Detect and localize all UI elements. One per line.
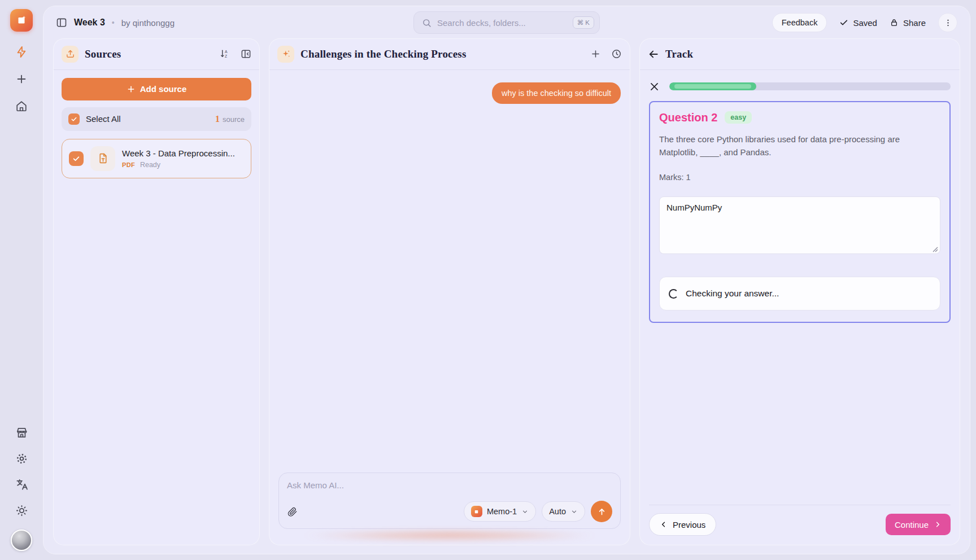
rail-top-group (10, 9, 33, 113)
model-logo-icon (471, 506, 482, 517)
search-icon (422, 18, 432, 28)
track-footer: Previous Continue (649, 505, 951, 536)
check-icon (839, 18, 848, 27)
composer-placeholder: Ask Memo AI... (287, 480, 612, 490)
source-title: Week 3 - Data Preprocessin... (122, 148, 235, 158)
new-chat-plus-icon[interactable] (590, 49, 601, 59)
composer-glow (292, 532, 607, 541)
search-input[interactable]: Search decks, folders... ⌘ K (413, 11, 600, 34)
feedback-button[interactable]: Feedback (772, 13, 827, 32)
chevron-down-icon (521, 508, 529, 515)
answer-textarea[interactable]: NumPyNumPy (659, 196, 940, 254)
main-container: Week 3 • by qinthonggg Search decks, fol… (43, 6, 970, 554)
topbar-left: Week 3 • by qinthonggg (56, 17, 175, 28)
track-title: Track (665, 48, 693, 60)
chevron-left-icon (660, 520, 668, 528)
model-label: Memo-1 (487, 507, 517, 516)
sources-body: Add source Select All 1 source (54, 70, 259, 186)
question-label: Question 2 (659, 111, 717, 124)
select-all-checkbox[interactable] (68, 113, 80, 125)
progress-fill (669, 82, 756, 90)
question-card: Question 2 easy The three core Python li… (649, 101, 951, 323)
chevron-right-icon (934, 520, 942, 528)
theme-brightness-icon[interactable] (15, 504, 28, 517)
svg-text:A: A (225, 50, 228, 54)
search-placeholder: Search decks, folders... (437, 18, 567, 28)
send-button[interactable] (591, 501, 612, 522)
deck-title: Week 3 (74, 18, 105, 28)
translate-icon[interactable] (15, 478, 28, 491)
user-message-bubble: why is the checking so difficult (492, 82, 621, 104)
progress-bar (669, 82, 951, 90)
share-button[interactable]: Share (890, 18, 926, 28)
chat-title: Challenges in the Checking Process (300, 48, 467, 60)
new-item-plus-icon[interactable] (15, 72, 28, 86)
left-rail (0, 0, 43, 560)
source-count-unit: source (223, 115, 245, 124)
chat-header-actions (590, 49, 622, 59)
chat-composer[interactable]: Ask Memo AI... Memo-1 (278, 473, 621, 529)
logo-glyph (15, 14, 28, 27)
rail-bottom-group (11, 426, 32, 551)
collapse-panel-icon[interactable] (241, 49, 251, 59)
title-separator: • (112, 18, 115, 27)
sources-title: Sources (85, 48, 121, 60)
file-type-icon (90, 146, 115, 171)
app-logo[interactable] (10, 9, 33, 32)
source-count-value: 1 (215, 114, 220, 124)
track-header: Track (640, 39, 960, 70)
checking-status-box: Checking your answer... (659, 277, 940, 310)
composer-toolbar: Memo-1 Auto (287, 501, 612, 522)
chevron-down-icon (570, 508, 578, 515)
progress-row (649, 81, 951, 92)
plus-icon (127, 85, 136, 94)
overflow-menu-button[interactable] (938, 13, 957, 32)
model-selector[interactable]: Memo-1 (464, 501, 536, 522)
back-arrow-icon[interactable] (648, 49, 659, 60)
user-avatar[interactable] (11, 530, 32, 551)
check-icon (72, 155, 80, 163)
attachment-paperclip-icon[interactable] (287, 506, 298, 517)
saved-status: Saved (839, 18, 877, 28)
topbar: Week 3 • by qinthonggg Search decks, fol… (43, 6, 970, 39)
app: Week 3 • by qinthonggg Search decks, fol… (0, 0, 976, 560)
add-source-button[interactable]: Add source (62, 78, 251, 100)
history-clock-icon[interactable] (611, 49, 622, 59)
source-count: 1 source (215, 114, 245, 124)
question-marks: Marks: 1 (659, 173, 940, 182)
sources-panel: Sources AZ Add source (54, 39, 259, 545)
previous-button[interactable]: Previous (649, 513, 716, 536)
mode-label: Auto (549, 507, 566, 516)
select-all-label: Select All (86, 114, 121, 124)
sidebar-toggle-icon[interactable] (56, 17, 67, 28)
settings-gear-icon[interactable] (15, 452, 28, 465)
home-icon[interactable] (15, 99, 28, 113)
topbar-right: Feedback Saved Share (772, 13, 957, 32)
resize-handle-icon[interactable] (933, 247, 938, 252)
flash-icon[interactable] (15, 45, 28, 59)
arrow-up-icon (597, 507, 607, 517)
share-label: Share (903, 18, 926, 28)
search-shortcut-badge: ⌘ K (573, 16, 594, 29)
sort-icon[interactable]: AZ (220, 49, 230, 59)
source-checkbox[interactable] (69, 151, 84, 166)
sources-header: Sources AZ (54, 39, 259, 70)
continue-button[interactable]: Continue (886, 514, 951, 535)
source-status: Ready (140, 161, 160, 169)
sparkle-icon (277, 46, 294, 63)
difficulty-badge: easy (725, 111, 752, 124)
chat-panel: Challenges in the Checking Process why i… (269, 39, 630, 545)
source-meta: PDF Ready (122, 161, 244, 169)
chat-header: Challenges in the Checking Process (269, 39, 630, 70)
mode-selector[interactable]: Auto (542, 501, 585, 522)
close-icon[interactable] (649, 81, 660, 92)
upload-icon (62, 46, 79, 63)
deck-byline: by qinthonggg (121, 18, 175, 28)
question-text: The three core Python libraries used for… (659, 133, 940, 159)
select-all-row: Select All 1 source (62, 107, 251, 131)
store-icon[interactable] (15, 426, 28, 439)
content-columns: Sources AZ Add source (43, 39, 970, 554)
source-list-item[interactable]: Week 3 - Data Preprocessin... PDF Ready (62, 139, 251, 178)
checking-label: Checking your answer... (686, 288, 779, 299)
saved-label: Saved (853, 18, 877, 28)
